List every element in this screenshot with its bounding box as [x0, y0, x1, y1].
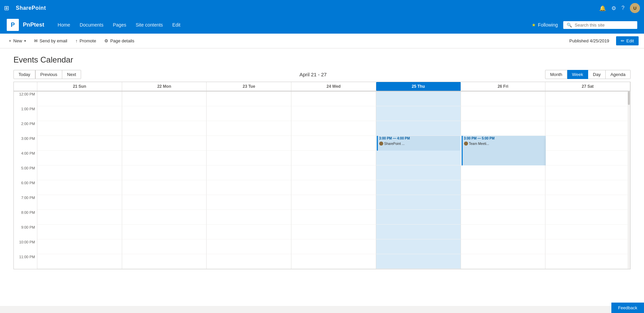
calendar-cell[interactable]	[545, 136, 630, 151]
calendar-cell[interactable]	[545, 180, 630, 195]
calendar-cell[interactable]	[122, 106, 207, 121]
calendar-cell[interactable]	[376, 225, 461, 239]
feedback-button[interactable]: Feedback	[611, 303, 644, 306]
calendar-cell[interactable]	[122, 121, 207, 136]
calendar-cell[interactable]	[291, 210, 376, 225]
calendar-cell[interactable]	[376, 151, 461, 165]
new-button[interactable]: + New ▾	[5, 36, 29, 45]
calendar-cell[interactable]	[207, 254, 291, 269]
calendar-cell[interactable]	[376, 121, 461, 136]
calendar-cell[interactable]	[461, 121, 546, 136]
calendar-cell[interactable]	[545, 151, 630, 165]
help-icon[interactable]: ?	[621, 5, 624, 11]
nav-documents[interactable]: Documents	[76, 20, 108, 30]
search-box[interactable]: 🔍	[563, 21, 637, 29]
calendar-cell[interactable]	[122, 210, 207, 225]
calendar-cell[interactable]	[461, 225, 546, 239]
scroll-track[interactable]	[628, 91, 630, 269]
week-view-button[interactable]: Week	[567, 70, 588, 79]
calendar-cell[interactable]	[461, 195, 546, 210]
calendar-cell[interactable]	[122, 225, 207, 239]
calendar-cell[interactable]	[291, 136, 376, 151]
calendar-cell[interactable]	[122, 195, 207, 210]
calendar-cell[interactable]	[291, 225, 376, 239]
calendar-cell[interactable]	[545, 195, 630, 210]
calendar-cell[interactable]	[545, 165, 630, 180]
calendar-cell[interactable]	[207, 239, 291, 254]
scroll-thumb[interactable]	[628, 91, 630, 105]
calendar-cell[interactable]	[461, 180, 546, 195]
calendar-cell[interactable]	[37, 225, 122, 239]
calendar-cell[interactable]: 3:00 PM — 4:00 PMSharePoint ...	[376, 136, 461, 151]
calendar-cell[interactable]	[291, 121, 376, 136]
calendar-cell[interactable]: 3:00 PM — 5:00 PMTeam Meeti... ≡ Team Me…	[461, 136, 546, 151]
calendar-cell[interactable]	[207, 210, 291, 225]
calendar-cell[interactable]	[291, 180, 376, 195]
calendar-cell[interactable]	[291, 151, 376, 165]
calendar-cell[interactable]	[207, 151, 291, 165]
calendar-cell[interactable]	[545, 106, 630, 121]
calendar-cell[interactable]	[376, 165, 461, 180]
nav-edit[interactable]: Edit	[168, 20, 184, 30]
calendar-cell[interactable]	[545, 121, 630, 136]
calendar-cell[interactable]	[207, 106, 291, 121]
promote-button[interactable]: ↑ Promote	[72, 36, 100, 45]
calendar-cell[interactable]	[291, 165, 376, 180]
calendar-cell[interactable]	[122, 254, 207, 269]
calendar-cell[interactable]	[545, 210, 630, 225]
calendar-cell[interactable]	[291, 106, 376, 121]
calendar-cell[interactable]	[461, 239, 546, 254]
calendar-cell[interactable]	[37, 121, 122, 136]
calendar-cell[interactable]	[37, 165, 122, 180]
calendar-cell[interactable]	[376, 254, 461, 269]
calendar-cell[interactable]	[545, 225, 630, 239]
calendar-cell[interactable]	[207, 195, 291, 210]
waffle-icon[interactable]: ⊞	[4, 4, 9, 12]
calendar-cell[interactable]	[37, 136, 122, 151]
calendar-cell[interactable]	[291, 91, 376, 106]
calendar-cell[interactable]	[545, 254, 630, 269]
calendar-cell[interactable]	[37, 195, 122, 210]
calendar-cell[interactable]	[207, 165, 291, 180]
calendar-cell[interactable]	[207, 225, 291, 239]
calendar-cell[interactable]	[122, 91, 207, 106]
following-button[interactable]: ★ Following	[532, 22, 558, 28]
calendar-cell[interactable]	[37, 180, 122, 195]
calendar-cell[interactable]	[376, 239, 461, 254]
nav-home[interactable]: Home	[53, 20, 74, 30]
calendar-cell[interactable]	[291, 195, 376, 210]
calendar-cell[interactable]	[376, 180, 461, 195]
next-button[interactable]: Next	[62, 70, 81, 79]
calendar-cell[interactable]	[37, 91, 122, 106]
calendar-cell[interactable]	[461, 210, 546, 225]
notification-icon[interactable]: 🔔	[599, 5, 606, 11]
calendar-cell[interactable]	[37, 254, 122, 269]
month-view-button[interactable]: Month	[545, 70, 567, 79]
calendar-cell[interactable]	[122, 180, 207, 195]
send-by-email-button[interactable]: ✉ Send by email	[31, 36, 71, 45]
calendar-cell[interactable]	[461, 165, 546, 180]
nav-pages[interactable]: Pages	[109, 20, 130, 30]
calendar-cell[interactable]	[376, 91, 461, 106]
page-details-button[interactable]: ⚙ Page details	[101, 36, 138, 45]
calendar-cell[interactable]	[122, 151, 207, 165]
calendar-cell[interactable]	[37, 151, 122, 165]
calendar-cell[interactable]	[122, 165, 207, 180]
calendar-cell[interactable]	[376, 210, 461, 225]
previous-button[interactable]: Previous	[35, 70, 63, 79]
calendar-cell[interactable]	[461, 254, 546, 269]
calendar-cell[interactable]	[376, 106, 461, 121]
calendar-cell[interactable]	[37, 210, 122, 225]
calendar-cell[interactable]	[376, 195, 461, 210]
calendar-cell[interactable]	[207, 91, 291, 106]
calendar-cell[interactable]	[461, 91, 546, 106]
calendar-event[interactable]: 3:00 PM — 5:00 PMTeam Meeti... ≡ Team Me…	[462, 136, 546, 165]
calendar-event[interactable]: 3:00 PM — 4:00 PMSharePoint ...	[377, 136, 460, 151]
today-button[interactable]: Today	[13, 70, 35, 79]
calendar-cell[interactable]	[207, 136, 291, 151]
search-input[interactable]	[575, 23, 634, 28]
calendar-cell[interactable]	[37, 239, 122, 254]
calendar-cell[interactable]	[291, 239, 376, 254]
day-view-button[interactable]: Day	[588, 70, 606, 79]
calendar-cell[interactable]	[291, 254, 376, 269]
